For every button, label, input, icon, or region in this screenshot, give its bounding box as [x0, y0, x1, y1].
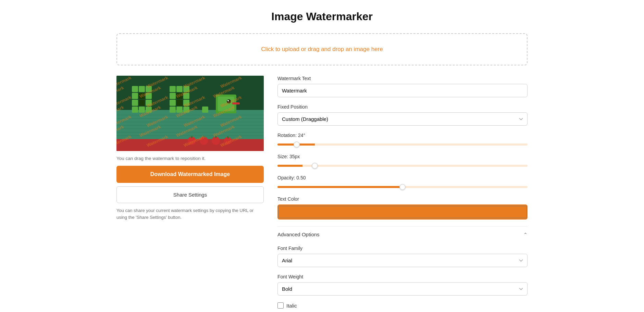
svg-rect-41 [191, 136, 193, 138]
italic-label: Italic [286, 303, 297, 309]
font-weight-label: Font Weight [277, 274, 528, 279]
svg-point-38 [227, 100, 229, 101]
svg-rect-16 [146, 100, 152, 106]
advanced-options-label: Advanced Options [277, 232, 320, 237]
text-color-picker[interactable] [277, 204, 528, 220]
svg-rect-34 [202, 107, 208, 113]
size-group: Size: 35px [277, 154, 528, 168]
size-slider[interactable] [277, 165, 528, 167]
svg-rect-19 [146, 107, 152, 113]
opacity-slider[interactable] [277, 186, 528, 188]
rotation-label: Rotation: 24° [277, 133, 528, 138]
svg-rect-33 [176, 100, 183, 106]
left-panel: WatermarkWatermarkWatermarkWatermarkWate… [116, 76, 264, 221]
svg-rect-15 [132, 100, 138, 106]
drag-hint: You can drag the watermark to reposition… [116, 156, 264, 161]
opacity-group: Opacity: 0.50 [277, 175, 528, 189]
svg-rect-22 [170, 86, 176, 92]
svg-rect-21 [139, 100, 145, 106]
svg-rect-24 [183, 86, 189, 92]
svg-rect-13 [132, 93, 138, 99]
watermark-text-input[interactable] [277, 84, 528, 97]
rotation-slider[interactable] [277, 143, 528, 146]
page-title: Image Watermarker [116, 10, 528, 23]
text-color-group: Text Color [277, 196, 528, 220]
watermark-text-group: Watermark Text [277, 76, 528, 97]
svg-rect-28 [183, 100, 189, 106]
font-weight-select[interactable]: Normal Bold Lighter Bolder [277, 282, 528, 296]
image-preview: WatermarkWatermarkWatermarkWatermarkWate… [116, 76, 264, 151]
rotation-group: Rotation: 24° [277, 133, 528, 147]
advanced-content: Font Family Arial Georgia Times New Roma… [277, 242, 528, 309]
fixed-position-label: Fixed Position [277, 104, 528, 110]
download-button[interactable]: Download Watermarked Image [116, 166, 264, 183]
font-weight-group: Font Weight Normal Bold Lighter Bolder [277, 274, 528, 296]
upload-zone[interactable]: Click to upload or drag and drop an imag… [116, 33, 528, 65]
svg-point-37 [227, 99, 231, 103]
svg-rect-18 [139, 107, 145, 113]
font-family-select[interactable]: Arial Georgia Times New Roman Courier Ne… [277, 254, 528, 267]
svg-rect-26 [183, 93, 189, 99]
pixel-art-svg [116, 76, 264, 151]
svg-rect-12 [146, 86, 152, 92]
svg-rect-17 [132, 107, 138, 113]
svg-rect-10 [132, 86, 138, 92]
fixed-position-group: Fixed Position Custom (Draggable) Top Le… [277, 104, 528, 126]
svg-rect-39 [232, 102, 240, 104]
chevron-up-icon: ⌃ [523, 232, 528, 237]
right-panel: Watermark Text Fixed Position Custom (Dr… [277, 76, 528, 312]
upload-label: Click to upload or drag and drop an imag… [261, 46, 383, 52]
size-label: Size: 35px [277, 154, 528, 159]
fixed-position-select[interactable]: Custom (Draggable) Top Left Top Center T… [277, 112, 528, 126]
svg-rect-45 [215, 136, 216, 138]
italic-checkbox[interactable] [277, 302, 284, 309]
font-family-label: Font Family [277, 246, 528, 251]
text-color-label: Text Color [277, 196, 528, 202]
svg-rect-31 [183, 107, 189, 113]
svg-rect-20 [139, 93, 145, 99]
svg-rect-43 [203, 136, 205, 138]
share-button[interactable]: Share Settings [116, 186, 264, 203]
italic-group: Italic [277, 302, 528, 309]
watermark-text-label: Watermark Text [277, 76, 528, 81]
svg-rect-11 [139, 86, 145, 92]
svg-rect-25 [170, 93, 176, 99]
svg-rect-30 [176, 107, 183, 113]
svg-rect-27 [170, 100, 176, 106]
svg-rect-36 [218, 97, 234, 111]
advanced-options-group: Advanced Options ⌃ Font Family Arial Geo… [277, 226, 528, 309]
opacity-label: Opacity: 0.50 [277, 175, 528, 180]
svg-rect-47 [227, 136, 228, 138]
font-family-group: Font Family Arial Georgia Times New Roma… [277, 246, 528, 267]
svg-rect-14 [146, 93, 152, 99]
svg-rect-32 [176, 93, 183, 99]
svg-rect-29 [170, 107, 176, 113]
svg-rect-23 [176, 86, 183, 92]
share-hint: You can share your current watermark set… [116, 207, 264, 221]
advanced-options-toggle[interactable]: Advanced Options ⌃ [277, 226, 528, 242]
